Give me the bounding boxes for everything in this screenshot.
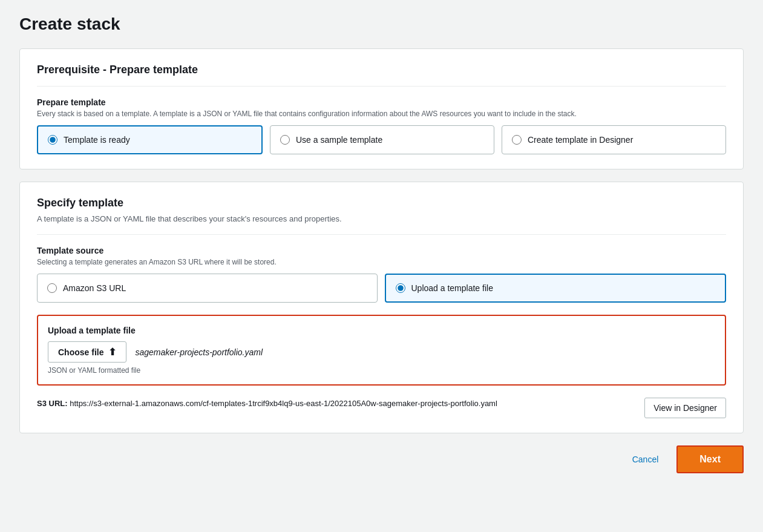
radio-sample-template-label: Use a sample template — [296, 135, 382, 145]
uploaded-file-name: sagemaker-projects-portfolio.yaml — [135, 347, 263, 357]
s3-url-label: S3 URL: — [37, 399, 68, 408]
radio-template-ready[interactable]: Template is ready — [37, 125, 263, 154]
prerequisite-card: Prerequisite - Prepare template Prepare … — [19, 48, 744, 169]
radio-designer-template[interactable]: Create template in Designer — [502, 125, 726, 154]
upload-icon: ⬆ — [108, 346, 116, 358]
upload-row: Choose file ⬆ sagemaker-projects-portfol… — [48, 341, 715, 363]
page-title: Create stack — [19, 15, 744, 34]
upload-box-title: Upload a template file — [48, 326, 715, 335]
specify-template-title: Specify template — [37, 197, 726, 209]
choose-file-label: Choose file — [58, 347, 103, 357]
view-in-designer-button[interactable]: View in Designer — [644, 398, 726, 418]
radio-sample-template[interactable]: Use a sample template — [270, 125, 494, 154]
radio-amazon-s3-url[interactable]: Amazon S3 URL — [37, 274, 378, 303]
radio-designer-template-label: Create template in Designer — [528, 135, 633, 145]
upload-box: Upload a template file Choose file ⬆ sag… — [37, 315, 726, 386]
radio-amazon-s3-url-label: Amazon S3 URL — [63, 283, 126, 293]
specify-template-card: Specify template A template is a JSON or… — [19, 182, 744, 433]
prerequisite-title: Prerequisite - Prepare template — [37, 64, 726, 76]
template-source-label: Template source — [37, 246, 726, 255]
prepare-template-label: Prepare template — [37, 97, 726, 107]
radio-upload-template-label: Upload a template file — [411, 283, 493, 293]
template-source-row: Amazon S3 URL Upload a template file — [37, 274, 726, 303]
s3-url-text: S3 URL: https://s3-external-1.amazonaws.… — [37, 398, 637, 410]
prepare-template-radio-group: Template is ready Use a sample template … — [37, 125, 726, 154]
upload-hint: JSON or YAML formatted file — [48, 366, 715, 375]
choose-file-button[interactable]: Choose file ⬆ — [48, 341, 126, 363]
radio-upload-template[interactable]: Upload a template file — [385, 274, 727, 303]
template-source-desc: Selecting a template generates an Amazon… — [37, 258, 726, 266]
cancel-button[interactable]: Cancel — [624, 448, 667, 470]
s3-url-value: https://s3-external-1.amazonaws.com/cf-t… — [70, 399, 497, 408]
prepare-template-desc: Every stack is based on a template. A te… — [37, 110, 726, 118]
s3-url-row: S3 URL: https://s3-external-1.amazonaws.… — [37, 398, 726, 418]
footer: Cancel Next — [19, 445, 744, 473]
radio-template-ready-label: Template is ready — [64, 135, 130, 145]
next-button[interactable]: Next — [676, 445, 744, 473]
specify-template-desc: A template is a JSON or YAML file that d… — [37, 214, 726, 223]
